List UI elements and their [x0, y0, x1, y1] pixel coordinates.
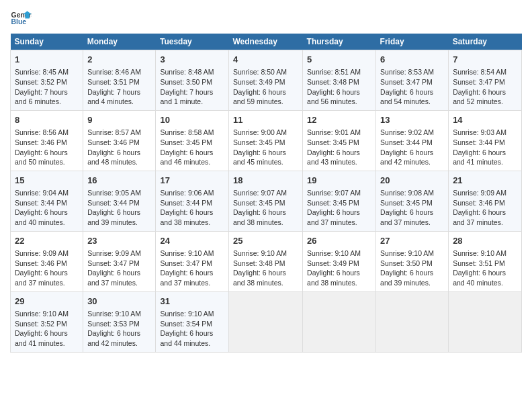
calendar-cell	[376, 291, 449, 352]
calendar-cell: 12Sunrise: 9:01 AMSunset: 3:45 PMDayligh…	[303, 110, 376, 171]
calendar-cell	[449, 291, 522, 352]
calendar-week-row: 15Sunrise: 9:04 AMSunset: 3:44 PMDayligh…	[11, 171, 522, 231]
calendar-cell: 7Sunrise: 8:54 AMSunset: 3:47 PMDaylight…	[449, 50, 522, 111]
calendar-week-row: 22Sunrise: 9:09 AMSunset: 3:46 PMDayligh…	[11, 231, 522, 291]
day-number: 6	[380, 54, 444, 66]
page-container: General Blue SundayMondayTuesdayWednesda…	[0, 0, 532, 359]
calendar-cell: 20Sunrise: 9:08 AMSunset: 3:45 PMDayligh…	[376, 171, 449, 231]
page-header: General Blue	[10, 7, 522, 28]
day-number: 7	[453, 54, 517, 66]
day-number: 22	[15, 235, 79, 247]
header-day: Sunday	[11, 34, 83, 50]
calendar-cell: 23Sunrise: 9:09 AMSunset: 3:47 PMDayligh…	[83, 231, 156, 291]
calendar-cell: 26Sunrise: 9:10 AMSunset: 3:49 PMDayligh…	[303, 231, 376, 291]
logo: General Blue	[10, 7, 32, 28]
calendar-cell: 18Sunrise: 9:07 AMSunset: 3:45 PMDayligh…	[228, 171, 302, 231]
calendar-cell: 10Sunrise: 8:58 AMSunset: 3:45 PMDayligh…	[156, 110, 229, 171]
day-number: 3	[160, 54, 224, 66]
calendar-week-row: 29Sunrise: 9:10 AMSunset: 3:52 PMDayligh…	[11, 291, 522, 352]
day-number: 5	[307, 54, 371, 66]
calendar-cell: 6Sunrise: 8:53 AMSunset: 3:47 PMDaylight…	[376, 50, 449, 111]
day-number: 17	[160, 175, 224, 187]
calendar-cell: 1Sunrise: 8:45 AMSunset: 3:52 PMDaylight…	[11, 50, 83, 111]
calendar-cell: 29Sunrise: 9:10 AMSunset: 3:52 PMDayligh…	[11, 291, 83, 352]
calendar-cell: 5Sunrise: 8:51 AMSunset: 3:48 PMDaylight…	[303, 50, 376, 111]
logo-icon: General Blue	[10, 7, 32, 28]
calendar-cell: 13Sunrise: 9:02 AMSunset: 3:44 PMDayligh…	[376, 110, 449, 171]
calendar-cell: 8Sunrise: 8:56 AMSunset: 3:46 PMDaylight…	[11, 110, 83, 171]
day-number: 20	[380, 175, 444, 187]
day-number: 11	[233, 114, 298, 126]
day-number: 16	[87, 175, 151, 187]
calendar-cell: 31Sunrise: 9:10 AMSunset: 3:54 PMDayligh…	[156, 291, 229, 352]
calendar-cell: 24Sunrise: 9:10 AMSunset: 3:47 PMDayligh…	[156, 231, 229, 291]
calendar-cell: 27Sunrise: 9:10 AMSunset: 3:50 PMDayligh…	[376, 231, 449, 291]
day-number: 24	[160, 235, 224, 247]
day-number: 19	[307, 175, 371, 187]
header-day: Thursday	[303, 34, 376, 50]
day-number: 27	[380, 235, 444, 247]
calendar-cell: 19Sunrise: 9:07 AMSunset: 3:45 PMDayligh…	[303, 171, 376, 231]
calendar-cell	[303, 291, 376, 352]
day-number: 25	[233, 235, 298, 247]
day-number: 23	[87, 235, 151, 247]
day-number: 21	[453, 175, 517, 187]
day-number: 18	[233, 175, 298, 187]
calendar-cell: 14Sunrise: 9:03 AMSunset: 3:44 PMDayligh…	[449, 110, 522, 171]
header-day: Monday	[83, 34, 156, 50]
day-number: 2	[87, 54, 151, 66]
calendar-cell: 22Sunrise: 9:09 AMSunset: 3:46 PMDayligh…	[11, 231, 83, 291]
day-number: 28	[453, 235, 517, 247]
header-day: Saturday	[449, 34, 522, 50]
calendar-cell: 3Sunrise: 8:48 AMSunset: 3:50 PMDaylight…	[156, 50, 229, 111]
day-number: 30	[87, 295, 151, 308]
day-number: 14	[453, 114, 517, 126]
day-number: 26	[307, 235, 371, 247]
header-row: SundayMondayTuesdayWednesdayThursdayFrid…	[11, 34, 522, 50]
calendar-cell: 21Sunrise: 9:09 AMSunset: 3:46 PMDayligh…	[449, 171, 522, 231]
day-number: 9	[87, 114, 151, 126]
calendar-cell	[228, 291, 302, 352]
day-number: 15	[15, 175, 79, 187]
calendar-cell: 25Sunrise: 9:10 AMSunset: 3:48 PMDayligh…	[228, 231, 302, 291]
calendar-cell: 17Sunrise: 9:06 AMSunset: 3:44 PMDayligh…	[156, 171, 229, 231]
day-number: 29	[15, 295, 79, 308]
day-number: 13	[380, 114, 444, 126]
day-number: 4	[233, 54, 298, 66]
day-number: 12	[307, 114, 371, 126]
day-number: 1	[15, 54, 79, 66]
header-day: Friday	[376, 34, 449, 50]
svg-text:Blue: Blue	[11, 18, 27, 26]
calendar-cell: 2Sunrise: 8:46 AMSunset: 3:51 PMDaylight…	[83, 50, 156, 111]
day-number: 8	[15, 114, 79, 126]
header-day: Tuesday	[156, 34, 229, 50]
calendar-cell: 15Sunrise: 9:04 AMSunset: 3:44 PMDayligh…	[11, 171, 83, 231]
calendar-cell: 9Sunrise: 8:57 AMSunset: 3:46 PMDaylight…	[83, 110, 156, 171]
header-day: Wednesday	[228, 34, 302, 50]
day-number: 10	[160, 114, 224, 126]
calendar-cell: 11Sunrise: 9:00 AMSunset: 3:45 PMDayligh…	[228, 110, 302, 171]
calendar-cell: 30Sunrise: 9:10 AMSunset: 3:53 PMDayligh…	[83, 291, 156, 352]
calendar-cell: 28Sunrise: 9:10 AMSunset: 3:51 PMDayligh…	[449, 231, 522, 291]
calendar-cell: 16Sunrise: 9:05 AMSunset: 3:44 PMDayligh…	[83, 171, 156, 231]
calendar-week-row: 8Sunrise: 8:56 AMSunset: 3:46 PMDaylight…	[11, 110, 522, 171]
calendar-table: SundayMondayTuesdayWednesdayThursdayFrid…	[10, 34, 522, 353]
day-number: 31	[160, 295, 224, 308]
calendar-week-row: 1Sunrise: 8:45 AMSunset: 3:52 PMDaylight…	[11, 50, 522, 111]
calendar-cell: 4Sunrise: 8:50 AMSunset: 3:49 PMDaylight…	[228, 50, 302, 111]
